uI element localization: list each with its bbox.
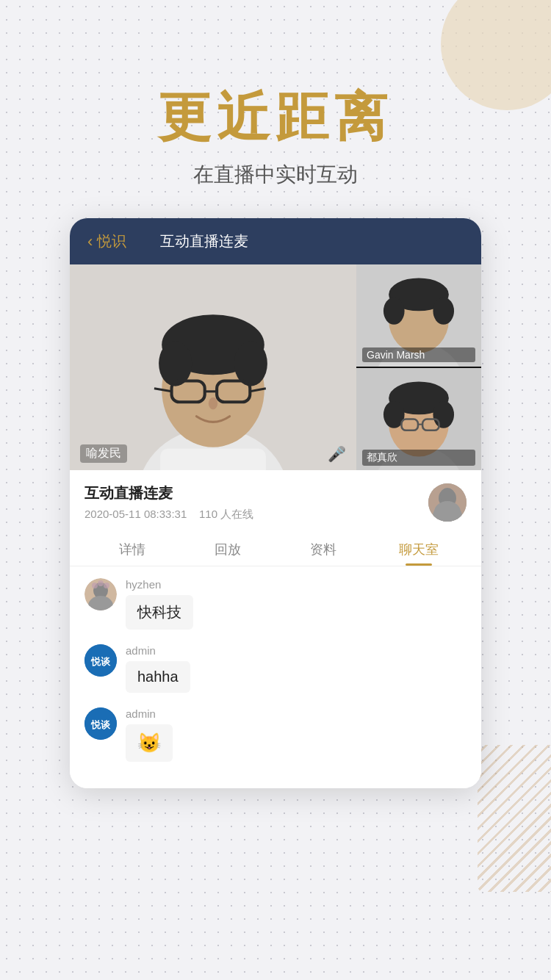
video-side: Gavin Marsh xyxy=(356,264,481,470)
chat-username-2: admin xyxy=(126,644,190,657)
chat-content-2: admin hahha xyxy=(126,644,190,693)
chat-item-3: 悦谈 admin 😺 xyxy=(84,707,467,762)
info-meta: 2020-05-11 08:33:31 110 人在线 xyxy=(84,508,253,522)
tabs: 详情 回放 资料 聊天室 xyxy=(70,532,481,566)
chat-avatar-3: 悦谈 xyxy=(84,707,117,740)
chat-username-1: hyzhen xyxy=(126,578,193,591)
mic-icon: 🎤 xyxy=(328,445,346,463)
video-side-person-label-1: Gavin Marsh xyxy=(362,347,475,362)
svg-point-20 xyxy=(433,298,454,325)
info-avatar xyxy=(428,483,467,522)
app-header: ‹ 悦识 互动直播连麦 xyxy=(70,218,481,264)
back-button[interactable]: ‹ 悦识 xyxy=(87,231,126,251)
video-side-item-1: Gavin Marsh xyxy=(356,264,481,367)
svg-point-33 xyxy=(433,504,462,522)
sub-title: 在直播中实时互动 xyxy=(0,161,551,189)
chat-item-2: 悦谈 admin hahha xyxy=(84,644,467,693)
svg-point-12 xyxy=(209,397,217,409)
video-main-person-label: 喻发民 xyxy=(80,444,127,463)
app-nav-title: 互动直播连麦 xyxy=(160,231,248,251)
video-area: 喻发民 🎤 Gavin xyxy=(70,264,481,470)
chat-content-1: hyzhen 快科技 xyxy=(126,578,193,630)
info-online-count: 110 人在线 xyxy=(199,508,253,520)
tab-details[interactable]: 详情 xyxy=(84,532,180,566)
chat-avatar-1 xyxy=(84,578,117,610)
video-main: 喻发民 🎤 xyxy=(70,264,356,470)
chat-username-3: admin xyxy=(126,707,173,720)
svg-point-38 xyxy=(98,580,104,586)
svg-point-39 xyxy=(104,583,109,588)
back-chevron-icon: ‹ xyxy=(87,232,93,251)
chat-item-1: hyzhen 快科技 xyxy=(84,578,467,630)
chat-bubble-2: hahha xyxy=(126,661,190,693)
main-video-feed xyxy=(70,264,356,470)
chat-avatar-2: 悦谈 xyxy=(84,644,117,677)
tab-replay[interactable]: 回放 xyxy=(180,532,276,566)
svg-point-32 xyxy=(439,489,456,508)
deco-bottom-right xyxy=(478,745,551,892)
svg-rect-13 xyxy=(160,449,266,470)
chat-content-3: admin 😺 xyxy=(126,707,173,762)
svg-point-27 xyxy=(433,401,454,428)
info-section: 互动直播连麦 2020-05-11 08:33:31 110 人在线 xyxy=(70,470,481,529)
emoji-icon: 😺 xyxy=(137,732,161,754)
info-left: 互动直播连麦 2020-05-11 08:33:31 110 人在线 xyxy=(84,483,253,522)
header-section: 更近距离 在直播中实时互动 xyxy=(0,0,551,218)
chat-bubble-3: 😺 xyxy=(126,724,173,762)
video-side-item-2: 都真欣 xyxy=(356,368,481,470)
video-side-person-label-2: 都真欣 xyxy=(362,450,475,466)
info-title: 互动直播连麦 xyxy=(84,483,253,503)
back-label: 悦识 xyxy=(97,231,126,251)
svg-point-37 xyxy=(92,583,98,588)
chat-bubble-1: 快科技 xyxy=(126,595,193,630)
info-date: 2020-05-11 08:33:31 xyxy=(84,508,187,520)
phone-card: ‹ 悦识 互动直播连麦 xyxy=(70,218,481,788)
tab-materials[interactable]: 资料 xyxy=(276,532,371,566)
main-title: 更近距离 xyxy=(0,88,551,146)
tab-chat[interactable]: 聊天室 xyxy=(371,532,467,566)
svg-text:悦谈: 悦谈 xyxy=(90,719,111,730)
svg-point-19 xyxy=(383,298,405,325)
svg-text:悦谈: 悦谈 xyxy=(90,656,111,667)
info-avatar-image xyxy=(428,483,467,522)
chat-area: hyzhen 快科技 悦谈 admin hahha 悦谈 xyxy=(70,566,481,788)
